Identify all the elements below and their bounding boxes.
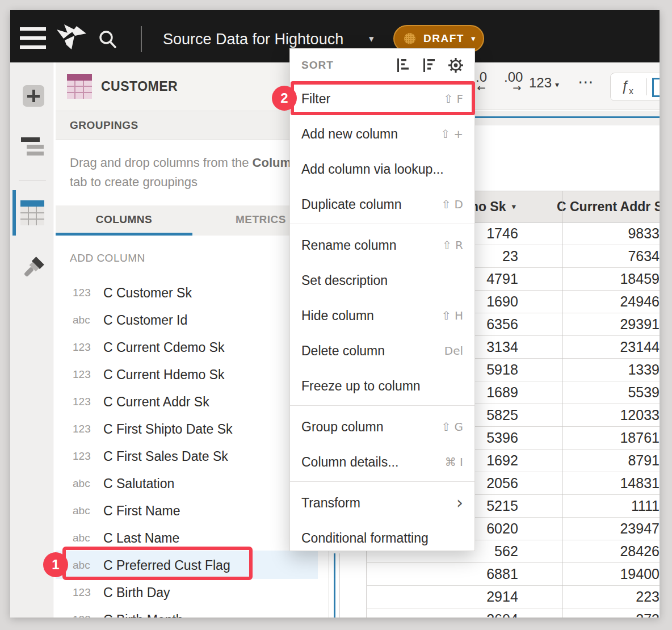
- cell-hdemo-sk[interactable]: 2604: [366, 608, 523, 618]
- source-table-icon: [67, 74, 92, 99]
- cell-hdemo-sk[interactable]: 6881: [366, 563, 523, 585]
- column-type-badge: 123: [73, 586, 95, 599]
- sort-settings-gear-icon[interactable]: [447, 57, 464, 74]
- menu-item[interactable]: Conditional formatting: [290, 520, 474, 556]
- formula-bar-divider: [646, 78, 647, 95]
- sort-section-label: SORT: [301, 59, 334, 72]
- formula-selection-bracket: [652, 78, 660, 97]
- menu-shortcut: ⇧ H: [442, 309, 463, 322]
- more-options-button[interactable]: ⋯: [578, 73, 595, 91]
- menu-item[interactable]: Transform ›: [290, 485, 474, 520]
- cell-addr-sk[interactable]: 9833: [523, 222, 660, 245]
- column-type-badge: 123: [73, 287, 95, 299]
- element-panel: CUSTOMER GROUPINGS Drag and drop columns…: [56, 62, 329, 618]
- menu-divider: [290, 405, 474, 409]
- cell-addr-sk[interactable]: 8791: [523, 450, 660, 472]
- column-list-item[interactable]: 123 C Current Hdemo Sk: [56, 361, 329, 388]
- tab-columns[interactable]: COLUMNS: [56, 213, 192, 226]
- document-title[interactable]: Source Data for Hightouch: [163, 31, 343, 48]
- formula-bar[interactable]: ƒx: [610, 73, 660, 101]
- sort-ascending-icon[interactable]: [395, 57, 412, 74]
- decrease-decimal-button[interactable]: .0 ←: [476, 70, 487, 92]
- increase-decimal-button[interactable]: .00 →: [504, 70, 523, 92]
- source-title: CUSTOMER: [101, 79, 178, 94]
- column-list-item[interactable]: abc C Customer Id: [56, 306, 329, 334]
- table-row[interactable]: 2914 223: [366, 586, 660, 608]
- cell-addr-sk[interactable]: 14831: [523, 472, 660, 494]
- column-list-item[interactable]: abc C Salutation: [56, 470, 329, 497]
- menu-item[interactable]: Duplicate column ⇧ D: [290, 187, 474, 222]
- cell-addr-sk[interactable]: 23144: [523, 336, 660, 358]
- column-name: C Birth Day: [103, 585, 170, 600]
- column-context-menu: SORT: [289, 48, 475, 551]
- column-list-item[interactable]: abc C First Name: [56, 497, 329, 524]
- cell-addr-sk[interactable]: 1339: [523, 359, 660, 381]
- cell-addr-sk[interactable]: 28426: [523, 540, 660, 562]
- column-type-badge: 123: [73, 450, 95, 463]
- menu-item[interactable]: Add new column ⇧ +: [290, 116, 474, 152]
- menu-item[interactable]: Set description: [290, 263, 474, 298]
- cell-addr-sk[interactable]: 29391: [523, 313, 660, 335]
- hamburger-menu-icon[interactable]: [20, 27, 46, 49]
- menu-divider: [290, 224, 474, 228]
- document-title-caret-icon[interactable]: ▾: [369, 33, 374, 44]
- menu-shortcut: Del: [444, 344, 463, 358]
- table-element-button[interactable]: [20, 200, 44, 225]
- column-name: C First Name: [103, 503, 180, 519]
- cell-addr-sk[interactable]: 24946: [523, 291, 660, 313]
- table-row[interactable]: 2604 273: [366, 608, 660, 618]
- add-element-button[interactable]: [23, 85, 44, 107]
- sort-descending-icon[interactable]: [421, 57, 438, 74]
- cell-addr-sk[interactable]: 19400: [523, 563, 660, 585]
- column-list-item[interactable]: 123 C Birth Month: [56, 606, 329, 618]
- column-menu-caret-icon[interactable]: ▾: [511, 201, 516, 212]
- groupings-drop-hint[interactable]: Drag and drop columns from the Columnsta…: [70, 153, 306, 192]
- cell-addr-sk[interactable]: 12033: [523, 404, 660, 426]
- column-type-badge: 123: [73, 396, 95, 408]
- menu-item[interactable]: Add column via lookup...: [290, 152, 474, 187]
- column-name: C First Sales Date Sk: [103, 449, 228, 464]
- format-brush-button[interactable]: [20, 253, 46, 283]
- function-icon: ƒx: [621, 78, 633, 96]
- column-type-badge: abc: [73, 505, 95, 517]
- menu-shortcut: ⇧ G: [441, 420, 463, 434]
- menu-item[interactable]: Rename column ⇧ R: [290, 228, 474, 263]
- column-list-item[interactable]: 123 C Birth Day: [56, 579, 329, 606]
- menu-item[interactable]: Hide column ⇧ H: [290, 298, 474, 333]
- column-name: C Current Addr Sk: [103, 394, 209, 410]
- column-name: C Customer Sk: [103, 285, 192, 301]
- cell-addr-sk[interactable]: 18459: [523, 268, 660, 290]
- cell-addr-sk[interactable]: 7634: [523, 245, 660, 267]
- menu-shortcut: ⇧ D: [441, 198, 463, 211]
- menu-item[interactable]: Freeze up to column: [290, 368, 474, 404]
- cell-addr-sk[interactable]: 23947: [523, 518, 660, 540]
- plus-icon: [27, 90, 40, 102]
- column-list-item[interactable]: 123 C First Shipto Date Sk: [56, 415, 329, 443]
- column-list-item[interactable]: 123 C Customer Sk: [56, 279, 329, 306]
- cell-addr-sk[interactable]: 223: [523, 586, 660, 608]
- sigma-logo-icon: [56, 23, 87, 52]
- chevron-down-icon: ▾: [555, 80, 559, 89]
- menu-item[interactable]: Group column ⇧ G: [290, 409, 474, 444]
- column-header-addr-sk[interactable]: C Current Addr Sk: [525, 191, 660, 222]
- cell-hdemo-sk[interactable]: 2914: [366, 586, 523, 608]
- cell-addr-sk[interactable]: 5539: [523, 381, 660, 404]
- column-list-item[interactable]: 123 C First Sales Date Sk: [56, 443, 329, 470]
- cell-addr-sk[interactable]: 1111: [523, 495, 660, 517]
- column-name: C Customer Id: [103, 313, 187, 328]
- submenu-chevron-icon: ›: [456, 497, 463, 509]
- menu-item[interactable]: Delete column Del: [290, 333, 474, 368]
- column-type-badge: abc: [73, 314, 95, 326]
- column-list-item[interactable]: 123 C Current Addr Sk: [56, 388, 329, 415]
- number-format-dropdown[interactable]: 123▾: [529, 75, 559, 91]
- table-row[interactable]: 6881 19400: [366, 563, 660, 586]
- menu-item[interactable]: Column details... ⌘ I: [290, 444, 474, 480]
- outline-panel-button[interactable]: [21, 137, 44, 159]
- column-type-badge: 123: [73, 614, 95, 618]
- app-window: Source Data for Hightouch ▾ DRAFT ▾: [10, 10, 660, 618]
- column-list-item[interactable]: 123 C Current Cdemo Sk: [56, 334, 329, 361]
- cell-addr-sk[interactable]: 273: [523, 608, 660, 618]
- search-icon[interactable]: [96, 28, 120, 51]
- annotation-box-step1: [62, 547, 253, 580]
- cell-addr-sk[interactable]: 18761: [523, 427, 660, 449]
